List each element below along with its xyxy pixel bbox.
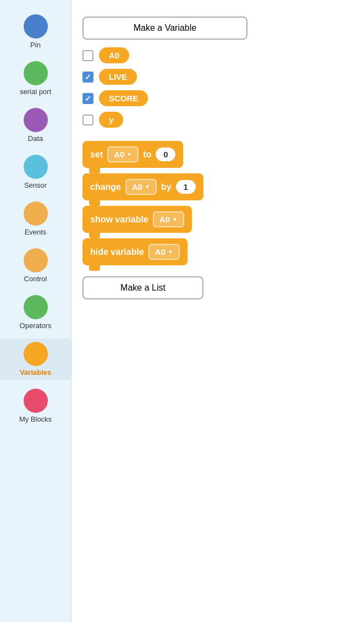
sidebar-item-sensor[interactable]: Sensor [0, 151, 71, 193]
variable-pill-a0[interactable]: A0 [99, 47, 129, 63]
sidebar-label-pin: Pin [30, 41, 41, 49]
data-icon [24, 108, 48, 132]
hide-variable-dropdown[interactable]: A0 ▼ [148, 244, 180, 260]
blocks-section: set A0 ▼ to 0 change A0 ▼ by 1 show vari… [82, 141, 353, 265]
hide-variable-label: hide variable [90, 247, 144, 257]
set-value-input[interactable]: 0 [156, 148, 175, 161]
set-variable-arrow: ▼ [126, 151, 132, 157]
change-variable-arrow: ▼ [145, 184, 150, 190]
by-label: by [161, 182, 172, 192]
sidebar-label-sensor: Sensor [24, 181, 47, 189]
control-icon [24, 248, 48, 272]
sidebar-item-control[interactable]: Control [0, 245, 71, 286]
change-variable-value: A0 [132, 182, 142, 192]
sidebar-label-variables: Variables [20, 368, 51, 377]
show-variable-value: A0 [159, 215, 170, 224]
sensor-icon [24, 155, 48, 179]
set-block[interactable]: set A0 ▼ to 0 [82, 141, 183, 168]
show-variable-label: show variable [90, 215, 148, 225]
variable-row-y: y [82, 112, 353, 128]
sidebar-item-events[interactable]: Events [0, 198, 71, 239]
change-value-input[interactable]: 1 [176, 180, 196, 194]
hide-variable-value: A0 [155, 247, 166, 257]
sidebar-item-my-blocks[interactable]: My Blocks [0, 385, 71, 427]
variable-row-a0: A0 [82, 47, 353, 63]
checkbox-a0[interactable] [82, 50, 93, 61]
sidebar: Pin serial port Data Sensor Events Contr… [0, 0, 71, 622]
change-label: change [90, 182, 121, 192]
make-variable-button[interactable]: Make a Variable [82, 17, 247, 40]
change-variable-dropdown[interactable]: A0 ▼ [125, 179, 157, 195]
to-label: to [143, 150, 151, 160]
variable-row-live: LIVE [82, 69, 353, 85]
checkbox-y[interactable] [82, 114, 93, 126]
operators-icon [24, 295, 48, 319]
show-variable-dropdown[interactable]: A0 ▼ [153, 211, 184, 227]
sidebar-label-operators: Operators [20, 321, 52, 330]
hide-variable-block[interactable]: hide variable A0 ▼ [82, 238, 187, 265]
checkbox-score[interactable] [82, 93, 93, 104]
variable-pill-live[interactable]: LIVE [99, 69, 137, 85]
show-variable-arrow: ▼ [172, 216, 178, 222]
events-icon [24, 201, 48, 226]
sidebar-item-serial-port[interactable]: serial port [0, 58, 71, 99]
variable-pill-y[interactable]: y [99, 112, 123, 128]
sidebar-item-pin[interactable]: Pin [0, 11, 71, 52]
sidebar-label-data: Data [28, 134, 43, 143]
sidebar-item-operators[interactable]: Operators [0, 292, 71, 333]
sidebar-item-data[interactable]: Data [0, 105, 71, 146]
pin-icon [24, 14, 48, 39]
sidebar-label-events: Events [25, 228, 47, 236]
checkbox-live[interactable] [82, 72, 93, 83]
hide-variable-arrow: ▼ [168, 249, 173, 255]
sidebar-label-control: Control [24, 275, 47, 283]
my-blocks-icon [24, 389, 48, 413]
set-label: set [90, 150, 103, 160]
sidebar-label-serial-port: serial port [20, 88, 51, 96]
serial-port-icon [24, 61, 48, 85]
variable-row-score: SCORE [82, 90, 353, 106]
variables-icon [24, 342, 48, 366]
main-panel: Make a Variable A0 LIVE SCORE y set [71, 0, 364, 622]
change-block[interactable]: change A0 ▼ by 1 [82, 173, 203, 200]
set-variable-dropdown[interactable]: A0 ▼ [107, 146, 139, 162]
show-variable-block[interactable]: show variable A0 ▼ [82, 206, 192, 233]
variable-pill-score[interactable]: SCORE [99, 90, 148, 106]
sidebar-item-variables[interactable]: Variables [0, 339, 71, 380]
set-variable-value: A0 [114, 150, 124, 159]
sidebar-label-my-blocks: My Blocks [19, 415, 52, 423]
variable-list: A0 LIVE SCORE y [82, 47, 353, 128]
make-list-button[interactable]: Make a List [82, 276, 203, 299]
